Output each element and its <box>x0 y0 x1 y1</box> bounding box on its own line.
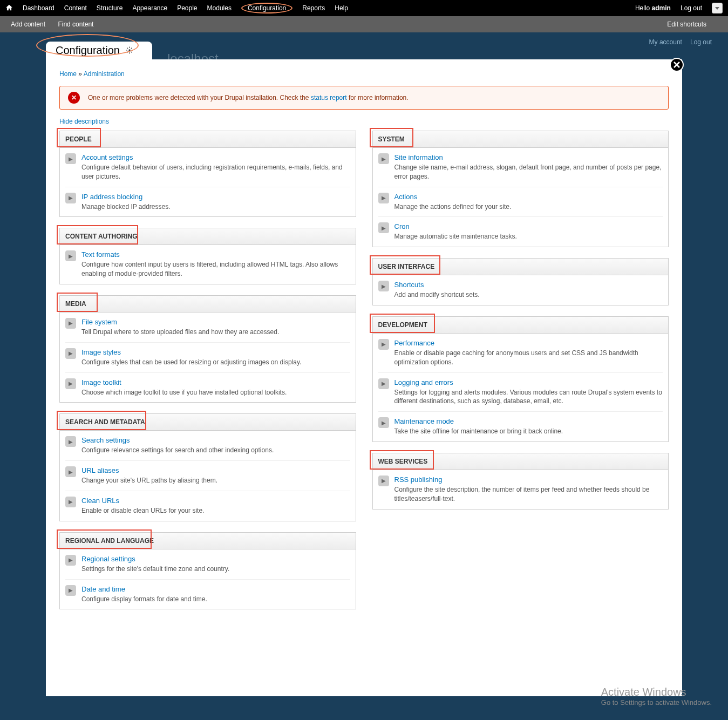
config-link[interactable]: RSS publishing <box>394 476 443 484</box>
find-content-link[interactable]: Find content <box>58 21 93 28</box>
config-link[interactable]: File system <box>81 318 117 326</box>
breadcrumb-admin[interactable]: Administration <box>84 70 125 78</box>
config-link[interactable]: Cron <box>394 222 410 230</box>
config-item: ▶File systemTell Drupal where to store u… <box>65 313 350 343</box>
config-link[interactable]: Performance <box>394 339 434 347</box>
left-column: PEOPLE▶Account settingsConfigure default… <box>59 131 356 620</box>
panel-body: ▶PerformanceEnable or disable page cachi… <box>373 334 669 441</box>
logout-link[interactable]: Log out <box>681 4 702 12</box>
config-link[interactable]: Text formats <box>81 250 120 259</box>
add-content-link[interactable]: Add content <box>11 21 45 28</box>
chevron-right-icon: ▶ <box>65 466 76 477</box>
panel-header: PEOPLE <box>60 131 356 148</box>
config-item: ▶Image toolkitChoose which image toolkit… <box>65 373 350 403</box>
item-content: PerformanceEnable or disable page cachin… <box>394 339 663 367</box>
chevron-right-icon: ▶ <box>378 339 389 350</box>
config-item: ▶Account settingsConfigure default behav… <box>65 148 350 187</box>
config-item: ▶CronManage automatic site maintenance t… <box>378 217 663 247</box>
panel-header: SYSTEM <box>373 131 669 148</box>
home-icon <box>5 4 13 11</box>
config-item: ▶Logging and errorsSettings for logging … <box>378 373 663 412</box>
toolbar-dropdown[interactable] <box>712 3 723 13</box>
overlay-title-tab: Configuration <box>46 42 152 59</box>
item-content: Site informationChange site name, e-mail… <box>394 153 663 181</box>
config-link[interactable]: URL aliases <box>81 466 119 474</box>
item-content: CronManage automatic site maintenance ta… <box>394 222 663 241</box>
config-desc: Settings for the site's default time zon… <box>81 565 350 574</box>
page-wrap: localhost Configuration Home » Administr… <box>0 42 728 720</box>
status-report-link[interactable]: status report <box>311 94 347 101</box>
config-desc: Take the site offline for maintenance or… <box>394 427 663 436</box>
panel-body: ▶ShortcutsAdd and modify shortcut sets. <box>373 275 669 305</box>
item-content: Logging and errorsSettings for logging a… <box>394 378 663 406</box>
item-content: File systemTell Drupal where to store up… <box>81 318 350 337</box>
chevron-down-icon <box>715 7 719 10</box>
home-link[interactable] <box>5 4 13 13</box>
panel-body: ▶Account settingsConfigure default behav… <box>60 148 356 216</box>
config-desc: Configure how content input by users is … <box>81 260 350 279</box>
config-desc: Manage the actions defined for your site… <box>394 202 663 212</box>
hide-descriptions-link[interactable]: Hide descriptions <box>59 118 109 125</box>
item-content: Date and timeConfigure display formats f… <box>81 585 350 604</box>
nav-dashboard[interactable]: Dashboard <box>23 4 55 12</box>
chevron-right-icon: ▶ <box>378 222 389 233</box>
chevron-right-icon: ▶ <box>65 585 76 596</box>
config-link[interactable]: Date and time <box>81 585 125 593</box>
item-content: Regional settingsSettings for the site's… <box>81 555 350 574</box>
config-link[interactable]: Regional settings <box>81 555 135 563</box>
nav-content[interactable]: Content <box>64 4 87 12</box>
config-link[interactable]: Clean URLs <box>81 497 119 505</box>
chevron-right-icon: ▶ <box>378 417 389 428</box>
config-item: ▶PerformanceEnable or disable page cachi… <box>378 334 663 373</box>
config-link[interactable]: Logging and errors <box>394 378 453 386</box>
config-link[interactable]: Shortcuts <box>394 281 424 289</box>
panel-body: ▶Text formatsConfigure how content input… <box>60 245 356 284</box>
close-icon <box>673 62 680 68</box>
config-link[interactable]: Maintenance mode <box>394 417 454 425</box>
config-item: ▶IP address blockingManage blocked IP ad… <box>65 187 350 217</box>
chevron-right-icon: ▶ <box>65 153 76 164</box>
config-desc: Configure relevance settings for search … <box>81 446 350 455</box>
config-link[interactable]: Actions <box>394 193 418 201</box>
panel-header: CONTENT AUTHORING <box>60 228 356 245</box>
config-desc: Configure default behavior of users, inc… <box>81 163 350 181</box>
panel-header: REGIONAL AND LANGUAGE <box>60 533 356 549</box>
config-link[interactable]: Image styles <box>81 348 121 356</box>
config-link[interactable]: IP address blocking <box>81 193 142 201</box>
config-link[interactable]: Search settings <box>81 436 130 444</box>
nav-help[interactable]: Help <box>335 4 348 12</box>
config-link[interactable]: Site information <box>394 153 443 161</box>
shortcut-left: Add content Find content <box>11 21 104 28</box>
nav-configuration[interactable]: Configuration <box>241 3 292 13</box>
edit-shortcuts-link[interactable]: Edit shortcuts <box>667 21 706 28</box>
nav-people[interactable]: People <box>177 4 197 12</box>
panel-header: SEARCH AND METADATA <box>60 414 356 431</box>
nav-structure[interactable]: Structure <box>97 4 123 12</box>
chevron-right-icon: ▶ <box>65 348 76 359</box>
overlay-tabs: Configuration <box>0 42 728 59</box>
item-content: Clean URLsEnable or disable clean URLs f… <box>81 497 350 515</box>
nav-reports[interactable]: Reports <box>302 4 325 12</box>
nav-modules[interactable]: Modules <box>207 4 232 12</box>
overlay-content: Home » Administration ✕ One or more prob… <box>46 59 682 696</box>
panel-body: ▶Search settingsConfigure relevance sett… <box>60 431 356 520</box>
item-content: Image stylesConfigure styles that can be… <box>81 348 350 367</box>
nav-appearance[interactable]: Appearance <box>132 4 167 12</box>
page-title: Configuration <box>56 44 120 56</box>
item-content: Account settingsConfigure default behavi… <box>81 153 350 181</box>
status-message: ✕ One or more problems were detected wit… <box>59 86 669 110</box>
config-desc: Manage blocked IP addresses. <box>81 202 350 212</box>
config-panel: SEARCH AND METADATA▶Search settingsConfi… <box>59 413 356 521</box>
toolbar-right: Hello admin Log out <box>635 3 723 13</box>
config-desc: Configure styles that can be used for re… <box>81 358 350 367</box>
config-link[interactable]: Account settings <box>81 153 133 161</box>
toolbar-left: Dashboard Content Structure Appearance P… <box>5 3 348 13</box>
config-desc: Configure the site description, the numb… <box>394 485 663 504</box>
config-link[interactable]: Image toolkit <box>81 378 121 386</box>
close-button[interactable] <box>670 58 684 72</box>
config-panel: CONTENT AUTHORING▶Text formatsConfigure … <box>59 228 356 284</box>
chevron-right-icon: ▶ <box>378 281 389 291</box>
config-desc: Change site name, e-mail address, slogan… <box>394 163 663 181</box>
breadcrumb-home[interactable]: Home <box>59 70 77 78</box>
panel-body: ▶File systemTell Drupal where to store u… <box>60 313 356 402</box>
